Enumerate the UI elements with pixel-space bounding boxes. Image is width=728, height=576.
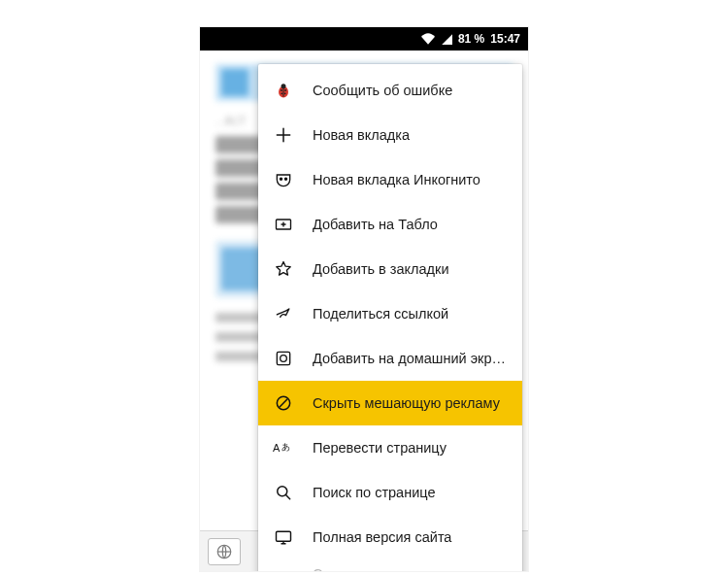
menu-item-label: Скрыть мешающую рекламу <box>313 395 509 411</box>
signal-icon <box>441 33 452 45</box>
search-icon <box>272 481 295 504</box>
menu-item-label: Добавить на Табло <box>313 217 509 232</box>
menu-item-save-page[interactable]: PDF Сохранить страницу <box>258 559 522 571</box>
mask-icon <box>272 168 295 191</box>
android-status-bar: 81 % 15:47 <box>200 27 528 51</box>
menu-item-label: Полная версия сайта <box>313 529 509 545</box>
menu-item-add-homescreen[interactable]: Добавить на домашний экр… <box>258 336 522 381</box>
desktop-icon <box>272 525 295 549</box>
menu-item-label: Сообщить об ошибке <box>313 83 509 98</box>
star-icon <box>272 257 295 281</box>
menu-item-desktop-site[interactable]: Полная версия сайта <box>258 515 522 559</box>
menu-item-label: Добавить в закладки <box>313 261 509 277</box>
menu-item-new-incognito-tab[interactable]: Новая вкладка Инкогнито <box>258 157 522 202</box>
bug-icon <box>272 79 295 102</box>
menu-item-label: Перевести страницу <box>313 440 509 456</box>
block-icon <box>272 391 295 415</box>
svg-point-6 <box>284 92 286 94</box>
menu-item-label: Сохранить страницу <box>313 566 509 571</box>
menu-item-add-bookmark[interactable]: Добавить в закладки <box>258 247 522 291</box>
menu-item-share-link[interactable]: Поделиться ссылкой <box>258 291 522 336</box>
menu-item-add-tableau[interactable]: Добавить на Табло <box>258 202 522 247</box>
share-icon <box>272 302 295 325</box>
svg-point-12 <box>281 356 287 362</box>
svg-point-3 <box>281 89 282 91</box>
menu-item-find-in-page[interactable]: Поиск по странице <box>258 470 522 515</box>
menu-item-label: Новая вкладка Инкогнито <box>313 172 509 187</box>
svg-text:あ: あ <box>281 442 290 452</box>
menu-item-label: Поделиться ссылкой <box>313 306 509 322</box>
translate-icon: A あ <box>272 436 295 459</box>
clock-text: 15:47 <box>490 32 520 46</box>
pdf-icon: PDF <box>272 562 295 571</box>
svg-rect-7 <box>283 87 284 97</box>
menu-item-label: Новая вкладка <box>313 127 509 143</box>
menu-item-translate[interactable]: A あ Перевести страницу <box>258 425 522 470</box>
browser-menu: Сообщить об ошибке Новая вкладка <box>258 64 522 571</box>
svg-point-8 <box>280 178 281 180</box>
svg-rect-17 <box>277 531 291 541</box>
menu-item-label: Добавить на домашний экр… <box>313 351 509 366</box>
svg-point-4 <box>284 89 286 91</box>
phone-frame: 81 % 15:47 ..A|T Сх Пр Пе Ит <box>200 27 528 571</box>
tableau-icon <box>272 213 295 236</box>
battery-text: 81 % <box>458 32 484 46</box>
wifi-icon <box>421 33 435 45</box>
menu-item-hide-ads[interactable]: Скрыть мешающую рекламу <box>258 381 522 425</box>
svg-rect-11 <box>277 352 289 364</box>
svg-point-5 <box>281 92 282 94</box>
menu-item-new-tab[interactable]: Новая вкладка <box>258 113 522 157</box>
svg-text:A: A <box>273 442 281 454</box>
home-add-icon <box>272 347 295 370</box>
svg-point-9 <box>284 178 286 180</box>
plus-icon <box>272 123 295 147</box>
globe-button[interactable] <box>208 538 241 565</box>
menu-item-label: Поиск по странице <box>313 485 509 500</box>
menu-item-report-bug[interactable]: Сообщить об ошибке <box>258 68 522 113</box>
